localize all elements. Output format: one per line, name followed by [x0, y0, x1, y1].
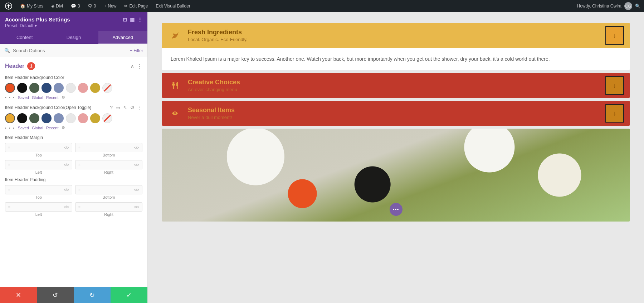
accordion-toggle-2[interactable]: ↓	[605, 76, 624, 95]
redo-button[interactable]: ↻	[74, 287, 111, 303]
section-title: Header 1	[5, 62, 35, 70]
three-dots-button[interactable]: •••	[390, 203, 402, 216]
accordion-header-2[interactable]: Creative Choices An ever-changing menu ↓	[162, 73, 630, 98]
more-options-button[interactable]: ⋮	[137, 63, 142, 70]
color-meta-2: • • • Saved Global Recent ⚙	[5, 125, 142, 130]
more-icon-2[interactable]: ⋮	[137, 105, 142, 110]
color-swatch-black[interactable]	[17, 83, 27, 93]
right-content: Fresh Ingredients Local. Organic. Eco-Fr…	[148, 12, 644, 303]
color-swatch-dark-green[interactable]	[29, 83, 39, 93]
filter-button[interactable]: + Filter	[130, 48, 143, 53]
avatar: CG	[624, 2, 632, 10]
accordion-subtitle-1: Local. Organic. Eco-Friendly.	[188, 37, 605, 42]
padding-top-input[interactable]: ⌗ </>	[5, 185, 72, 194]
field1-label: Item Header Background Color	[5, 75, 142, 80]
padding-right-input[interactable]: ⌗ </>	[75, 202, 142, 212]
field4-label: Item Header Padding	[5, 177, 142, 182]
help-icon[interactable]: ?	[110, 105, 113, 110]
color-row-2	[5, 113, 142, 123]
field2-label: Item Header Background Color(Open Toggle…	[5, 105, 91, 110]
comment-icon: 💬	[71, 4, 76, 9]
color-row-1	[5, 83, 142, 93]
more-icon[interactable]: ⋮	[137, 17, 142, 23]
reset-icon[interactable]: ↺	[130, 105, 135, 110]
comments-menu[interactable]: 💬 3	[68, 0, 83, 12]
search-input[interactable]	[13, 48, 127, 53]
accordion-toggle-1[interactable]: ↓	[605, 26, 624, 45]
plus-icon: +	[104, 4, 106, 9]
color-swatch-orange[interactable]	[5, 83, 15, 93]
color-swatch-light-gray-2[interactable]	[66, 113, 76, 123]
accordion-subtitle-2: An ever-changing menu	[188, 87, 605, 92]
margin-bottom-input[interactable]: ⌗ </>	[75, 143, 142, 152]
color-swatch-light-gray[interactable]	[66, 83, 76, 93]
gear-icon-2[interactable]: ⚙	[62, 125, 65, 130]
accordion-fresh-ingredients: Fresh Ingredients Local. Organic. Eco-Fr…	[162, 23, 630, 70]
undo-button[interactable]: ↺	[37, 287, 74, 303]
edit-page-button[interactable]: ✏ Edit Page	[121, 0, 151, 12]
search-icon[interactable]: 🔍	[635, 4, 640, 9]
accordion-subtitle-3: Never a dull moment!	[188, 115, 605, 120]
field-header-bg-color-open: Item Header Background Color(Open Toggle…	[5, 105, 142, 130]
new-menu[interactable]: + New	[101, 0, 119, 12]
collapse-button[interactable]: ∧	[130, 63, 135, 70]
padding-inputs: ⌗ </> Top ⌗ </> Bottom ⌗	[5, 185, 142, 217]
panel-title: Accordions Plus Settings ⊡ ▦ ⋮	[5, 16, 142, 23]
my-sites-menu[interactable]: 🏠 My Sites	[17, 0, 46, 12]
tab-content[interactable]: Content	[0, 31, 49, 44]
tab-advanced[interactable]: Advanced	[98, 31, 147, 44]
panel-bottom-bar: ✕ ↺ ↻ ✓	[0, 287, 147, 303]
color-swatch-none[interactable]	[102, 83, 112, 93]
edit-icon: ✏	[124, 4, 128, 9]
layout-icon[interactable]: ▦	[130, 17, 135, 23]
section-header: Header 1 ∧ ⋮	[5, 62, 142, 70]
bubble-menu[interactable]: 🗨 0	[85, 0, 99, 12]
padding-bottom-input[interactable]: ⌗ </>	[75, 185, 142, 194]
color-swatch-pink[interactable]	[78, 83, 88, 93]
wp-logo-icon[interactable]	[4, 1, 14, 11]
exit-visual-builder-button[interactable]: Exit Visual Builder	[153, 0, 193, 12]
section-badge: 1	[27, 62, 35, 70]
margin-left-input[interactable]: ⌗ </>	[5, 160, 72, 169]
color-swatch-gold-2[interactable]	[90, 113, 100, 123]
color-swatch-orange-2[interactable]	[5, 113, 15, 123]
color-swatch-none-2[interactable]	[102, 113, 112, 123]
margin-inputs: ⌗ </> Top ⌗ </> Bottom ⌗	[5, 143, 142, 174]
color-swatch-dark-green-2[interactable]	[29, 113, 39, 123]
panel-content: Header 1 ∧ ⋮ Item Header Background Colo…	[0, 57, 147, 287]
accordion-header-1[interactable]: Fresh Ingredients Local. Organic. Eco-Fr…	[162, 23, 630, 48]
color-swatch-pink-2[interactable]	[78, 113, 88, 123]
accordion-seasonal-items: Seasonal Items Never a dull moment! ↓	[162, 101, 630, 126]
cancel-button[interactable]: ✕	[0, 287, 37, 303]
cursor-icon[interactable]: ↖	[123, 105, 127, 110]
accordion-toggle-3[interactable]: ↓	[605, 104, 624, 123]
color-swatch-gold[interactable]	[90, 83, 100, 93]
field3-label: Item Header Margin	[5, 135, 142, 140]
accordion-title-2: Creative Choices	[188, 79, 605, 86]
margin-right-input[interactable]: ⌗ </>	[75, 160, 142, 169]
field-header-margin: Item Header Margin ⌗ </> Top ⌗ </>	[5, 135, 142, 174]
color-swatch-black-2[interactable]	[17, 113, 27, 123]
accordion-body-1: Lorem Khaled Ipsum is a major key to suc…	[162, 48, 630, 70]
panel-preset[interactable]: Preset: Default ▾	[5, 23, 142, 28]
padding-left-input[interactable]: ⌗ </>	[5, 202, 72, 212]
field-header-padding: Item Header Padding ⌗ </> Top ⌗ </>	[5, 177, 142, 217]
device-icon[interactable]: ▭	[116, 105, 120, 110]
margin-top-input[interactable]: ⌗ </>	[5, 143, 72, 152]
admin-bar-right: Howdy, Christina Gwira CG 🔍	[577, 2, 640, 10]
gear-icon-1[interactable]: ⚙	[62, 95, 65, 100]
color-swatch-blue-2[interactable]	[42, 113, 52, 123]
save-button[interactable]: ✓	[111, 287, 147, 303]
svg-point-1	[175, 113, 176, 114]
tab-design[interactable]: Design	[49, 31, 98, 44]
color-meta-1: • • • Saved Global Recent ⚙	[5, 95, 142, 100]
color-swatch-light-blue[interactable]	[54, 83, 64, 93]
accordion-title-3: Seasonal Items	[188, 106, 605, 114]
accordion-header-3[interactable]: Seasonal Items Never a dull moment! ↓	[162, 101, 630, 126]
home-icon: 🏠	[20, 4, 25, 9]
color-swatch-blue[interactable]	[42, 83, 52, 93]
divi-menu[interactable]: ◈ Divi	[48, 0, 66, 12]
color-swatch-light-blue-2[interactable]	[54, 113, 64, 123]
resize-icon[interactable]: ⊡	[123, 17, 127, 23]
main-layout: Accordions Plus Settings ⊡ ▦ ⋮ Preset: D…	[0, 12, 644, 303]
